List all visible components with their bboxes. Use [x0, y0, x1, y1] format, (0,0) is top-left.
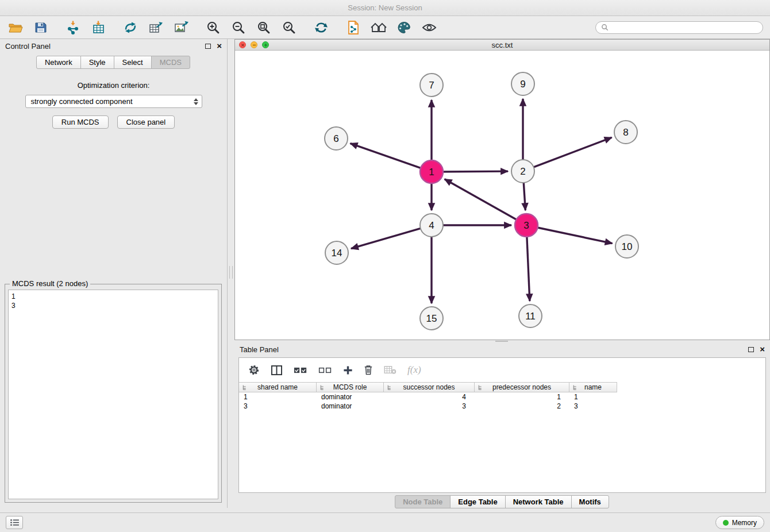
share-network-icon[interactable] — [122, 19, 139, 36]
mcds-buttons-row: Run MCDS Close panel — [0, 115, 227, 129]
tab-mcds[interactable]: MCDS — [151, 56, 190, 69]
cell-successor-nodes[interactable]: 3 — [384, 402, 475, 410]
close-panel-icon[interactable]: × — [760, 346, 765, 353]
minimize-window-icon[interactable] — [251, 41, 257, 48]
edge-3-10[interactable] — [530, 226, 613, 243]
node-label: 10 — [622, 241, 633, 252]
tab-network-table[interactable]: Network Table — [505, 495, 572, 508]
import-network-icon[interactable] — [64, 19, 82, 36]
cell-mcds-role[interactable]: dominator — [317, 393, 384, 401]
cell-predecessor-nodes[interactable]: 1 — [475, 393, 569, 401]
toolbar-group-session — [7, 19, 49, 36]
edge-2-8[interactable] — [526, 137, 612, 170]
maximize-window-icon[interactable] — [262, 41, 269, 48]
panel-menu-button[interactable] — [6, 516, 23, 529]
home-icon[interactable] — [370, 19, 387, 36]
edge-1-6[interactable] — [351, 144, 429, 171]
node-1[interactable]: 1 — [420, 160, 443, 183]
cell-name[interactable]: 3 — [569, 402, 617, 410]
optimization-criterion-label: Optimization criterion: — [0, 81, 227, 90]
cell-predecessor-nodes[interactable]: 2 — [475, 402, 569, 410]
tab-edge-table[interactable]: Edge Table — [450, 495, 505, 508]
network-canvas-area[interactable]: 7968124314101511 — [235, 51, 769, 340]
zoom-fit-icon[interactable] — [255, 19, 272, 36]
gear-icon[interactable] — [248, 364, 260, 376]
tab-motifs[interactable]: Motifs — [571, 495, 609, 508]
deselect-all-icon[interactable] — [318, 367, 332, 374]
node-7[interactable]: 7 — [420, 74, 443, 97]
cell-shared-name[interactable]: 1 — [239, 393, 317, 401]
close-panel-button[interactable]: Close panel — [117, 115, 175, 129]
zoom-out-icon[interactable] — [230, 19, 247, 36]
column-header-successor-nodes[interactable]: successor nodes — [384, 382, 475, 392]
node-9[interactable]: 9 — [511, 72, 534, 95]
memory-button[interactable]: Memory — [715, 516, 764, 529]
zoom-in-icon[interactable] — [205, 19, 222, 36]
select-all-icon[interactable] — [294, 367, 307, 374]
node-14[interactable]: 14 — [325, 241, 348, 264]
edge-1-2[interactable] — [435, 171, 508, 172]
criterion-select[interactable]: strongly connected component — [25, 95, 202, 108]
network-window-title: scc.txt — [492, 41, 513, 49]
refresh-layout-icon[interactable] — [313, 19, 330, 36]
column-type-icon — [242, 384, 248, 391]
cell-shared-name[interactable]: 3 — [239, 402, 317, 410]
node-3[interactable]: 3 — [515, 214, 538, 237]
memory-button-label: Memory — [732, 519, 757, 527]
toolbar-group-layout — [313, 19, 330, 36]
close-window-icon[interactable] — [239, 41, 246, 48]
edge-4-14[interactable] — [351, 226, 428, 249]
node-2[interactable]: 2 — [511, 160, 534, 183]
column-header-mcds-role[interactable]: MCDS role — [317, 382, 384, 392]
save-session-icon[interactable] — [32, 19, 49, 36]
float-panel-icon[interactable] — [205, 44, 211, 49]
table-panel-tabs: Node TableEdge TableNetwork TableMotifs — [234, 495, 770, 508]
table-row[interactable]: 1dominator411 — [239, 392, 765, 402]
style-icon[interactable] — [395, 19, 413, 36]
table-row[interactable]: 3dominator323 — [239, 402, 765, 411]
control-panel-header: Control Panel × — [0, 39, 227, 53]
zoom-selected-icon[interactable] — [280, 19, 298, 36]
add-row-icon[interactable] — [343, 365, 353, 375]
column-selector-icon[interactable] — [271, 365, 283, 376]
export-table-icon[interactable] — [147, 19, 164, 36]
cell-name[interactable]: 1 — [569, 393, 617, 401]
node-15[interactable]: 15 — [420, 307, 443, 330]
close-panel-icon[interactable]: × — [217, 43, 222, 49]
delete-table-icon[interactable] — [384, 365, 396, 375]
edge-3-11[interactable] — [526, 229, 530, 301]
search-icon — [601, 24, 609, 31]
tab-select[interactable]: Select — [114, 56, 152, 69]
edge-3-1[interactable] — [445, 179, 523, 223]
column-header-shared-name[interactable]: shared name — [239, 382, 317, 392]
show-graphics-icon[interactable] — [421, 19, 438, 36]
search-input[interactable] — [612, 24, 757, 32]
control-panel-tabs: NetworkStyleSelectMCDS — [0, 56, 227, 69]
node-11[interactable]: 11 — [519, 304, 542, 327]
column-header-predecessor-nodes[interactable]: predecessor nodes — [475, 382, 569, 392]
open-session-icon[interactable] — [7, 19, 24, 36]
network-view-window: scc.txt 7968124314101511 — [234, 39, 770, 340]
node-10[interactable]: 10 — [615, 235, 638, 258]
control-panel-title: Control Panel — [5, 42, 51, 51]
tab-network[interactable]: Network — [36, 56, 81, 69]
panel-splitter-vertical[interactable] — [228, 39, 234, 512]
run-mcds-button[interactable]: Run MCDS — [52, 115, 109, 129]
cell-successor-nodes[interactable]: 4 — [384, 393, 475, 401]
tab-node-table[interactable]: Node Table — [395, 495, 451, 508]
network-window-titlebar[interactable]: scc.txt — [235, 40, 769, 51]
network-document-icon[interactable] — [345, 19, 362, 36]
import-table-icon[interactable] — [90, 19, 107, 36]
function-builder-icon[interactable]: f(x) — [407, 364, 421, 376]
float-panel-icon[interactable] — [748, 347, 754, 352]
cell-mcds-role[interactable]: dominator — [317, 402, 384, 410]
node-8[interactable]: 8 — [614, 121, 637, 144]
toolbar-group-view — [345, 19, 438, 36]
node-4[interactable]: 4 — [420, 214, 443, 237]
node-6[interactable]: 6 — [325, 127, 348, 150]
column-header-name[interactable]: name — [569, 382, 617, 392]
tab-style[interactable]: Style — [80, 56, 114, 69]
toolbar-group-import — [64, 19, 107, 36]
export-image-icon[interactable] — [172, 19, 190, 36]
delete-row-icon[interactable] — [364, 365, 373, 375]
